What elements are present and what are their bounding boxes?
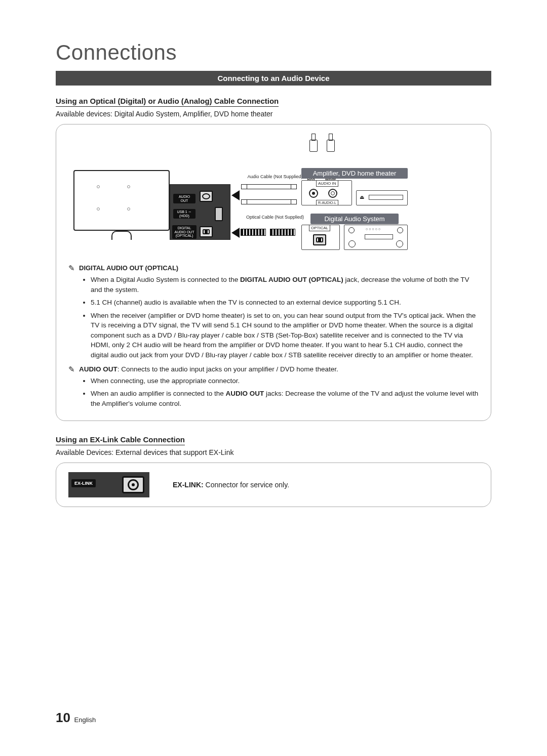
exlink-desc-bold: EX-LINK: [173, 481, 204, 489]
digital-system-title: Digital Audio System [310, 214, 399, 224]
knob-icon [348, 240, 356, 247]
amp-audio-in-label: AUDIO IN [316, 180, 338, 187]
optical-cable-icon [270, 229, 295, 236]
indicator-lights-icon: ○○○○○ [366, 227, 381, 231]
audio-out-desc: : Connects to the audio input jacks on y… [118, 365, 338, 373]
amplifier-input-panel: AUDIO IN R-AUDIO-L [301, 180, 352, 205]
audio-out-bullets: When connecting, use the appropriate con… [91, 376, 479, 409]
optical-port-inner-icon [203, 229, 210, 234]
available-devices-2: Available Devices: External devices that… [56, 448, 491, 456]
bullet-item: When an audio amplifier is connected to … [91, 389, 479, 408]
optical-cable-icon [241, 229, 266, 236]
available-devices-1: Available devices: Digital Audio System,… [56, 110, 491, 118]
exlink-port-icon [122, 476, 144, 493]
bullet-item: 5.1 CH (channel) audio is available when… [91, 298, 479, 308]
rca-plug-white-icon [326, 134, 335, 154]
exlink-port-label: EX-LINK [71, 479, 96, 487]
amplifier-unit [356, 190, 408, 205]
bullet-bold: DIGITAL AUDIO OUT (OPTICAL) [240, 276, 343, 283]
optical-cable-label: Optical Cable (Not Supplied) [245, 215, 305, 220]
optical-in-label: OPTICAL [309, 225, 330, 231]
exlink-desc-text: Connector for service only. [204, 481, 289, 489]
audio-out-bold: AUDIO OUT [79, 365, 118, 373]
page-lang: English [74, 716, 96, 724]
connection-diagram: AUDIO OUT USB 1 ↔ (HDD) DIGITAL AUDIO OU… [68, 134, 479, 255]
panel-label-usb: USB 1 ↔ (HDD) [173, 209, 196, 219]
rca-jack-icon [309, 189, 318, 198]
arrow-left-icon [231, 190, 240, 200]
audio-out-port-icon [200, 191, 213, 202]
digital-optical-panel: OPTICAL [301, 225, 340, 250]
tv-dot [97, 185, 100, 188]
page-number: 10 [56, 710, 70, 725]
tv-dot [97, 207, 100, 211]
subheading-exlink: Using an EX-Link Cable Connection [56, 435, 185, 445]
knob-icon [396, 240, 403, 247]
arrow-left-icon [231, 228, 240, 238]
bullet-bold: AUDIO OUT [225, 390, 264, 397]
bullet-item: When a Digital Audio System is connected… [91, 275, 479, 295]
knob-icon [397, 227, 403, 233]
subheading-optical-analog: Using an Optical (Digital) or Audio (Ana… [56, 97, 279, 107]
tv-dot [127, 207, 130, 211]
bullet-item: When the receiver (amplifier or DVD home… [91, 311, 479, 360]
note-digital-audio-out: ✎ DIGITAL AUDIO OUT (OPTICAL) [68, 264, 479, 272]
audio-cable-label: Audio Cable (Not Supplied) [245, 174, 305, 179]
eject-icon [360, 192, 364, 201]
exlink-description: EX-LINK: Connector for service only. [173, 481, 289, 489]
tv-illustration [73, 170, 170, 231]
exlink-panel: EX-LINK [68, 472, 149, 497]
tv-stand [111, 231, 132, 240]
connection-diagram-box: AUDIO OUT USB 1 ↔ (HDD) DIGITAL AUDIO OU… [56, 124, 491, 421]
tv-back-panel: AUDIO OUT USB 1 ↔ (HDD) DIGITAL AUDIO OU… [170, 184, 230, 240]
usb-port-icon [215, 207, 223, 221]
rca-jack-icon [328, 189, 337, 198]
amplifier-title: Amplifier, DVD home theater [301, 168, 408, 179]
note-audio-out: ✎ AUDIO OUT: Connects to the audio input… [68, 365, 479, 373]
jack-ring-icon [331, 191, 335, 195]
page-footer: 10 English [56, 710, 96, 726]
optical-in-port-icon [313, 234, 326, 245]
chapter-title: Connections [56, 40, 491, 65]
optical-out-port-icon [200, 226, 213, 237]
panel-label-audio-out: AUDIO OUT [173, 194, 196, 203]
digital-bullets: When a Digital Audio System is connected… [91, 275, 479, 360]
digital-system-unit: ○○○○○ [344, 225, 408, 250]
note-title-digital: DIGITAL AUDIO OUT (OPTICAL) [79, 264, 178, 272]
display-icon [365, 234, 393, 239]
note-icon: ✎ [68, 264, 75, 272]
knob-icon [348, 227, 355, 233]
port-ring-icon [202, 193, 210, 199]
panel-label-digital-out: DIGITAL AUDIO OUT (OPTICAL) [172, 225, 197, 239]
exlink-diagram-box: EX-LINK EX-LINK: Connector for service o… [56, 463, 491, 507]
amp-r-audio-l-label: R-AUDIO-L [316, 200, 338, 205]
bullet-text: When an audio amplifier is connected to … [91, 390, 225, 397]
bullet-item: When connecting, use the appropriate con… [91, 376, 479, 386]
disc-tray-icon [369, 195, 403, 200]
section-bar: Connecting to an Audio Device [56, 71, 491, 86]
rca-plug-red-icon [308, 134, 318, 154]
optical-port-inner-icon [316, 237, 323, 242]
note-icon: ✎ [68, 365, 75, 373]
rca-cable-icon [247, 184, 291, 189]
rca-cable-icon [247, 199, 291, 204]
bullet-text: When a Digital Audio System is connected… [91, 276, 240, 283]
tv-dot [127, 185, 130, 188]
